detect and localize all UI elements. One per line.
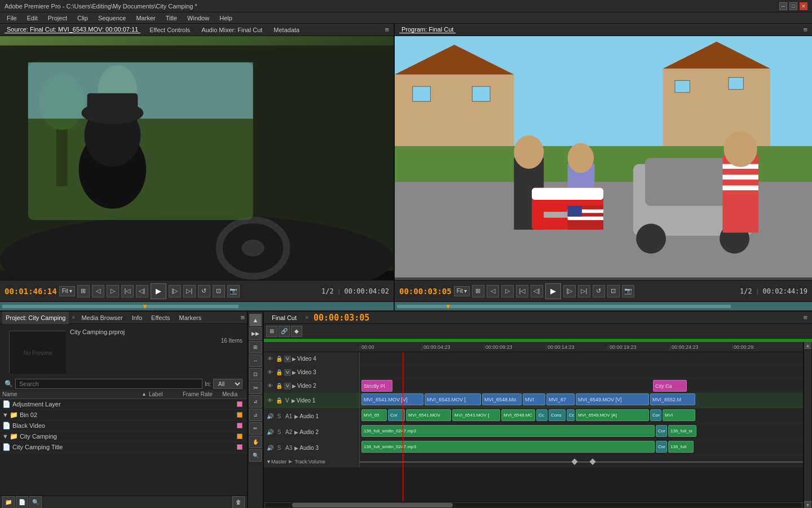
clip-cityca[interactable]: City Ca — [653, 380, 687, 392]
timeline-tab-close[interactable]: ✕ — [304, 314, 309, 321]
list-item[interactable]: 📄 Black Video — [0, 421, 247, 431]
program-safe[interactable]: ⊡ — [607, 285, 620, 297]
program-fit-dropdown[interactable]: Fit ▾ — [454, 286, 470, 296]
project-tab-main[interactable]: Project: City Camping — [2, 312, 69, 324]
track-expand-video1[interactable]: ▶ — [292, 398, 295, 404]
program-mark-in[interactable]: ◁ — [487, 285, 499, 297]
program-goto-in[interactable]: |◁ — [516, 285, 528, 297]
zoom-tool[interactable]: 🔍 — [249, 449, 262, 462]
expand-icon[interactable]: ▼ — [2, 411, 8, 418]
project-tab-media-browser[interactable]: Media Browser — [78, 312, 126, 324]
program-tab[interactable]: Program: Final Cut — [399, 26, 456, 33]
master-expand-icon[interactable]: ▼ — [266, 459, 271, 465]
menu-sequence[interactable]: Sequence — [94, 12, 131, 24]
clip-mvi6548a[interactable]: MVI_6548.MC — [501, 409, 535, 421]
razor-tool[interactable]: ✂ — [249, 382, 262, 394]
project-tab-close[interactable]: ✕ — [71, 314, 76, 321]
source-safe[interactable]: ⊡ — [213, 285, 225, 297]
tl-add-marker[interactable]: ◆ — [291, 326, 302, 337]
track-expand-video4[interactable]: ▶ — [292, 356, 296, 362]
track-visibility-video1[interactable]: 👁 — [266, 397, 274, 405]
source-timebar[interactable]: ▼ — [0, 301, 394, 310]
clip-mvi-short[interactable]: MVI — [523, 393, 545, 405]
pen-tool[interactable]: ✏ — [249, 422, 262, 435]
volume-keyframe[interactable] — [572, 458, 578, 465]
program-loop[interactable]: ↺ — [593, 285, 605, 297]
source-fit-dropdown[interactable]: Fit ▾ — [59, 286, 75, 296]
right-scroll[interactable]: ▲ ▼ — [803, 342, 812, 508]
effect-controls-tab[interactable]: Effect Controls — [147, 27, 192, 33]
clip-cor3[interactable]: Cor — [650, 409, 661, 421]
track-content-video2[interactable]: Strictly Pl City Ca — [360, 379, 803, 392]
menu-marker[interactable]: Marker — [131, 12, 160, 24]
track-solo-audio3[interactable]: S — [275, 444, 283, 452]
clip-mvi6541v[interactable]: MVI_6541.MOV [V] — [361, 393, 423, 405]
expand-icon[interactable]: ▼ — [2, 433, 8, 440]
program-grid-button[interactable]: ⊞ — [472, 285, 484, 297]
menu-project[interactable]: Project — [43, 12, 72, 24]
source-play-button[interactable]: ▶ — [151, 283, 166, 299]
clip-mvi6543v[interactable]: MVI_6543.MOV [ — [425, 393, 481, 405]
scroll-up-button[interactable]: ▲ — [804, 342, 811, 349]
minimize-button[interactable]: ─ — [779, 2, 787, 10]
program-timebar[interactable]: ▼ — [395, 301, 812, 310]
close-button[interactable]: ✕ — [800, 2, 807, 10]
select-tool[interactable]: ▲ — [249, 314, 262, 326]
source-grid-button[interactable]: ⊞ — [77, 285, 90, 297]
track-select-tool[interactable]: ▶▶ — [249, 327, 262, 340]
clip-cc[interactable]: Cc — [536, 409, 548, 421]
program-play-button[interactable]: ▶ — [545, 283, 561, 299]
clip-mvi6552[interactable]: MVI_6552.M — [650, 393, 695, 405]
clip-cor5[interactable]: Cor — [656, 441, 667, 453]
program-mark-out[interactable]: ▷ — [501, 285, 514, 297]
slide-tool[interactable]: ⊿ — [249, 409, 262, 421]
clip-mvi6549v[interactable]: MVI_6549.MOV [V] — [576, 393, 649, 405]
project-tab-info[interactable]: Info — [129, 312, 145, 324]
source-mark-out[interactable]: ▷ — [107, 285, 119, 297]
timeline-scrollbar[interactable] — [264, 501, 803, 508]
clip-mvi67[interactable]: MVI_67 — [546, 393, 575, 405]
menu-title[interactable]: Title — [161, 12, 182, 24]
clip-mvi65a[interactable]: MVI_65 — [361, 409, 387, 421]
source-cam[interactable]: 📷 — [227, 285, 240, 297]
timeline-tab[interactable]: Final Cut — [268, 314, 300, 321]
menu-help[interactable]: Help — [215, 12, 237, 24]
list-item[interactable]: 📄 Adjustment Layer — [0, 399, 247, 410]
clip-136-2[interactable]: 136_full_smilin_0247.mp3 — [361, 441, 655, 453]
program-panel-menu-icon[interactable]: ≡ — [803, 25, 807, 34]
track-expand-video3[interactable]: ▶ — [292, 370, 296, 375]
scrollbar-thumb[interactable] — [292, 503, 453, 507]
new-item-button[interactable]: 📄 — [16, 496, 28, 509]
track-visibility-video2[interactable]: 👁 — [266, 382, 274, 390]
hand-tool[interactable]: ✋ — [249, 436, 262, 448]
clip-cor2[interactable]: Co — [567, 409, 575, 421]
volume-keyframe[interactable] — [589, 458, 595, 465]
source-goto-in[interactable]: |◁ — [121, 285, 134, 297]
program-goto-out[interactable]: ▷| — [578, 285, 590, 297]
project-tab-markers[interactable]: Markers — [176, 312, 205, 324]
track-lock-video1[interactable]: 🔒 — [275, 397, 283, 405]
maximize-button[interactable]: □ — [789, 2, 797, 10]
menu-window[interactable]: Window — [183, 12, 214, 24]
track-content-audio3[interactable]: 136_full_smilin_0247.mp3 Cor 136_full — [360, 440, 803, 456]
clip-cons[interactable]: Cons — [549, 409, 566, 421]
source-goto-out[interactable]: ▷| — [183, 285, 196, 297]
delete-button[interactable]: 🗑 — [232, 496, 245, 509]
menu-edit[interactable]: Edit — [23, 12, 42, 24]
track-content-video1[interactable]: MVI_6541.MOV [V] MVI_6543.MOV [ MVI_6548… — [360, 393, 803, 408]
new-bin-button[interactable]: 📁 — [2, 496, 15, 509]
track-expand-audio2[interactable]: ▶ — [294, 430, 298, 435]
tl-snap-button[interactable]: ⊞ — [266, 326, 277, 337]
tl-linked-button[interactable]: 🔗 — [279, 326, 290, 337]
program-step-back[interactable]: ◁| — [531, 285, 543, 297]
track-mute-audio1[interactable]: 🔊 — [266, 413, 274, 421]
clip-mvi6541a[interactable]: MVI_6541.MOV — [406, 409, 451, 421]
clip-136-1[interactable]: 136_full_smilin_0247.mp3 — [361, 425, 655, 437]
clip-mvi6548v[interactable]: MVI_6548.Mo — [482, 393, 522, 405]
track-visibility-video4[interactable]: 👁 — [266, 355, 274, 363]
scroll-down-button[interactable]: ▼ — [804, 501, 811, 508]
program-cam[interactable]: 📷 — [622, 285, 634, 297]
clip-mvi6543a[interactable]: MVI_6543.MOV [ — [452, 409, 500, 421]
track-lock-video3[interactable]: 🔒 — [275, 369, 283, 376]
rolling-edit-tool[interactable]: ↔ — [249, 354, 262, 367]
